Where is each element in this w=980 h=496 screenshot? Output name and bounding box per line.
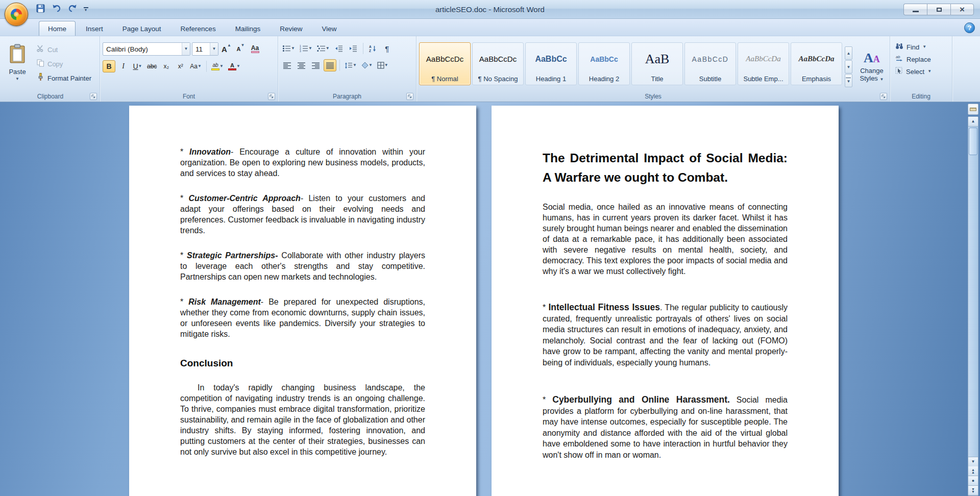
separator [206, 61, 207, 72]
increase-indent-button[interactable] [347, 42, 360, 55]
office-logo-icon [11, 9, 22, 20]
scrollbar-track[interactable] [968, 156, 978, 457]
paragraph-lead: Risk Management [188, 297, 261, 306]
font-dialog-launcher[interactable] [268, 93, 275, 100]
vertical-scrollbar[interactable]: ▲ ▼ ▲▲ ● ▼▼ [968, 116, 978, 496]
gallery-scroll-down-button[interactable]: ▼ [845, 60, 852, 73]
font-color-button[interactable]: A ▼ [227, 60, 242, 72]
undo-icon [52, 4, 61, 14]
bold-button[interactable]: B [103, 60, 115, 72]
change-case-dropdown-icon: ▼ [198, 64, 202, 68]
ruler-toggle-button[interactable] [968, 104, 978, 115]
close-button[interactable]: × [950, 4, 974, 15]
change-styles-button[interactable]: AA Change Styles ▼ [855, 42, 889, 91]
style-normal[interactable]: AaBbCcDc ¶ Normal [419, 42, 471, 85]
page-right[interactable]: The Detrimental Impact of Social Media: … [492, 106, 839, 496]
borders-button[interactable]: ▼ [376, 59, 390, 71]
window-controls: × [903, 4, 974, 15]
section-cyberbullying: * Cyberbullying and Online Harassment. S… [543, 394, 788, 460]
justify-button[interactable] [324, 59, 336, 71]
next-page-button[interactable]: ▼▼ [968, 486, 978, 495]
sort-button[interactable]: AZ [366, 42, 379, 55]
tab-review[interactable]: Review [271, 21, 311, 36]
style-subtle-emphasis[interactable]: AaBbCcDa Subtle Emp... [738, 42, 789, 85]
line-spacing-button[interactable]: ▼ [343, 59, 358, 71]
shrink-font-button[interactable]: A▼ [234, 43, 247, 55]
svg-text:Z: Z [369, 49, 371, 53]
office-button[interactable] [5, 3, 28, 26]
previous-page-button[interactable]: ▲▲ [968, 466, 978, 476]
quick-access-toolbar: ▼ [34, 3, 90, 15]
tab-mailings[interactable]: Mailings [226, 21, 270, 36]
find-button[interactable]: Find ▼ [895, 42, 932, 52]
help-button[interactable]: ? [964, 22, 975, 33]
shading-button[interactable]: ▼ [360, 59, 374, 71]
multilevel-list-button[interactable]: ▼ [315, 42, 331, 55]
scroll-up-button[interactable]: ▲ [968, 117, 978, 127]
align-center-button[interactable] [295, 59, 308, 71]
clipboard-group-label: Clipboard [37, 93, 63, 100]
style-subtitle[interactable]: AaBbCcD Subtitle [684, 42, 736, 85]
strikethrough-button[interactable]: abc [145, 60, 158, 72]
tab-view[interactable]: View [312, 21, 346, 36]
page-left[interactable]: * Innovation- Encourage a culture of inn… [129, 106, 476, 496]
gallery-more-button[interactable]: ▼ [845, 74, 852, 87]
copy-label: Copy [47, 60, 63, 68]
ribbon-tab-row: Home Insert Page Layout References Maili… [0, 19, 980, 36]
customize-qat-button[interactable]: ▼ [81, 4, 90, 15]
show-hide-paragraph-button[interactable]: ¶ [381, 42, 394, 55]
chevron-down-icon: ▼ [84, 9, 88, 11]
minimize-button[interactable] [903, 4, 927, 15]
gallery-scroll-up-button[interactable]: ▲ [845, 46, 852, 60]
more-bar-icon [846, 78, 851, 79]
font-family-combo[interactable]: Calibri (Body) ▼ [103, 42, 190, 56]
format-painter-button[interactable]: Format Painter [35, 72, 93, 84]
paste-button[interactable]: Paste ▼ [2, 42, 33, 91]
subscript-button[interactable]: x₂ [160, 60, 173, 72]
font-size-combo[interactable]: 11 ▼ [192, 42, 218, 56]
select-button[interactable]: Select ▼ [895, 67, 932, 76]
redo-button[interactable] [65, 3, 79, 15]
tab-references[interactable]: References [172, 21, 225, 36]
align-right-button[interactable] [309, 59, 322, 71]
change-styles-label-2: Styles ▼ [860, 75, 884, 82]
style-no-spacing[interactable]: AaBbCcDc ¶ No Spacing [472, 42, 524, 85]
bullets-button[interactable]: ▼ [281, 42, 297, 55]
change-case-button[interactable]: Aa▼ [188, 60, 203, 72]
style-heading-2[interactable]: AaBbCc Heading 2 [578, 42, 630, 85]
scrollbar-thumb[interactable] [969, 128, 977, 155]
style-emphasis[interactable]: AaBbCcDa Emphasis [791, 42, 842, 85]
italic-button[interactable]: I [117, 60, 130, 72]
numbering-button[interactable]: 123 ▼ [298, 42, 314, 55]
text-highlight-color-button[interactable]: ab ▼ [210, 60, 225, 72]
style-heading-1[interactable]: AaBbCc Heading 1 [525, 42, 577, 85]
paragraph-dialog-launcher[interactable] [406, 93, 413, 100]
align-left-button[interactable] [281, 59, 293, 71]
scroll-down-button[interactable]: ▼ [968, 457, 978, 466]
save-button[interactable] [34, 3, 47, 15]
copy-button[interactable]: Copy [35, 58, 93, 70]
grow-font-button[interactable]: A▲ [220, 43, 233, 55]
restore-button[interactable] [927, 4, 950, 15]
undo-button[interactable] [50, 3, 63, 15]
select-browse-object-button[interactable]: ● [968, 476, 978, 486]
style-title[interactable]: AaB Title [631, 42, 683, 85]
styles-dialog-launcher[interactable] [880, 93, 887, 100]
bullet: * [180, 297, 188, 306]
tab-insert[interactable]: Insert [77, 21, 112, 36]
cut-button[interactable]: Cut [35, 43, 93, 56]
svg-text:3: 3 [300, 49, 301, 52]
shading-icon [361, 62, 369, 69]
intro-paragraph: Social media, once hailed as an innovati… [543, 202, 788, 277]
decrease-indent-button[interactable] [333, 42, 346, 55]
superscript-button[interactable]: x² [174, 60, 187, 72]
clipboard-dialog-launcher[interactable] [90, 93, 97, 100]
tab-home[interactable]: Home [39, 21, 76, 36]
replace-button[interactable]: ab Replace [895, 55, 932, 64]
clear-formatting-button[interactable]: Aa [249, 43, 261, 55]
tab-page-layout[interactable]: Page Layout [113, 21, 170, 36]
pilcrow-icon: ¶ [385, 44, 389, 53]
font-family-dropdown-icon: ▼ [182, 43, 190, 55]
underline-button[interactable]: U▼ [131, 60, 144, 72]
clear-formatting-icon: Aa [251, 45, 259, 53]
